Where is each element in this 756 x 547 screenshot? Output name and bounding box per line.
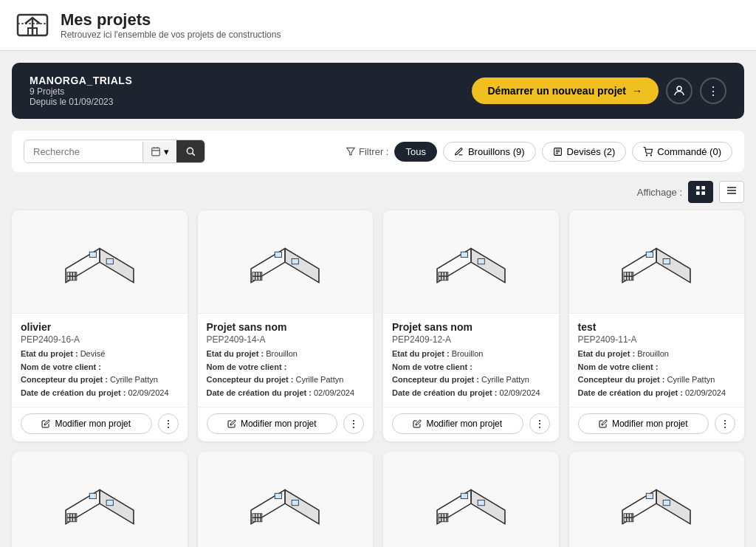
new-project-button[interactable]: Démarrer un nouveau projet → xyxy=(472,78,659,104)
card-project-name: test xyxy=(578,321,736,333)
svg-rect-19 xyxy=(701,186,705,190)
svg-rect-78 xyxy=(89,493,96,498)
card-detail: Etat du projet : Brouillon Nom de votre … xyxy=(392,348,550,399)
card-image xyxy=(12,210,188,314)
svg-marker-70 xyxy=(100,490,134,524)
svg-marker-37 xyxy=(285,248,319,282)
card-image xyxy=(198,452,374,547)
filter-commande-label: Commandé (0) xyxy=(657,146,721,157)
svg-marker-81 xyxy=(285,490,319,524)
project-card: olivier PEP2409-16-A Etat du projet : De… xyxy=(12,210,188,441)
card-image xyxy=(383,210,559,314)
svg-rect-45 xyxy=(275,252,282,257)
banner-right: Démarrer un nouveau projet → ⋮ xyxy=(472,78,727,104)
card-more-button[interactable]: ⋮ xyxy=(158,413,179,434)
svg-rect-21 xyxy=(701,191,705,195)
since-date: Depuis le 01/09/2023 xyxy=(30,97,132,107)
card-project-ref: PEP2409-11-A xyxy=(578,334,736,345)
card-more-button[interactable]: ⋮ xyxy=(529,413,550,434)
search-icon xyxy=(185,146,196,156)
edit-icon xyxy=(413,419,422,428)
svg-rect-100 xyxy=(461,493,467,498)
edit-label: Modifier mon projet xyxy=(241,419,317,429)
card-project-name: olivier xyxy=(21,321,179,333)
edit-project-button[interactable]: Modifier mon projet xyxy=(578,413,709,434)
list-view-button[interactable] xyxy=(719,181,744,203)
more-options-button[interactable]: ⋮ xyxy=(700,78,726,104)
svg-marker-92 xyxy=(471,490,505,524)
project-card: Test PEP2310-29-A xyxy=(198,452,374,547)
svg-point-17 xyxy=(651,154,652,155)
edit-icon xyxy=(599,419,608,428)
banner-info: MANORGA_TRIALS 9 Projets Depuis le 01/09… xyxy=(30,75,132,107)
svg-rect-57 xyxy=(478,258,484,264)
org-banner: MANORGA_TRIALS 9 Projets Depuis le 01/09… xyxy=(12,63,744,119)
card-body: olivier PEP2409-16-A Etat du projet : De… xyxy=(12,314,188,407)
svg-rect-5 xyxy=(152,148,160,156)
filter-brouillons-label: Brouillons (9) xyxy=(468,146,525,157)
card-project-ref: PEP2409-14-A xyxy=(207,334,365,345)
filter-commande-button[interactable]: Commandé (0) xyxy=(632,142,732,162)
filter-section: Filtrer : Tous Brouillons (9) Devisés (2… xyxy=(346,142,732,162)
search-button[interactable] xyxy=(176,140,205,162)
card-project-name: Projet sans nom xyxy=(392,321,550,333)
card-detail: Etat du projet : Brouillon Nom de votre … xyxy=(578,348,736,399)
edit-project-button[interactable]: Modifier mon projet xyxy=(392,413,523,434)
svg-rect-18 xyxy=(696,186,700,190)
svg-marker-26 xyxy=(100,248,134,282)
svg-marker-103 xyxy=(656,490,690,524)
svg-point-16 xyxy=(647,154,647,155)
edit-icon xyxy=(227,419,236,428)
ellipsis-icon: ⋮ xyxy=(707,84,719,98)
search-input[interactable] xyxy=(24,141,142,162)
card-detail: Etat du projet : Devisé Nom de votre cli… xyxy=(21,348,179,399)
edit-project-button[interactable]: Modifier mon projet xyxy=(207,413,338,434)
project-card: Projet sans nom PEP2409-12-A Etat du pro… xyxy=(383,210,559,441)
card-image xyxy=(569,452,745,547)
filter-devises-label: Devisés (2) xyxy=(567,146,616,157)
edit-label: Modifier mon projet xyxy=(426,419,502,429)
page-header: Mes projets Retrouvez ici l'ensemble de … xyxy=(0,0,756,51)
card-body: Projet sans nom PEP2409-14-A Etat du pro… xyxy=(198,314,374,407)
filter-tous-button[interactable]: Tous xyxy=(394,142,436,162)
page-subtitle: Retrouvez ici l'ensemble de vos projets … xyxy=(61,30,281,40)
project-card: test PEP2409-11-A Etat du projet : Broui… xyxy=(569,210,745,441)
new-project-label: Démarrer un nouveau projet xyxy=(488,85,627,97)
project-card: Test PEP2310-25-A xyxy=(383,452,559,547)
svg-rect-90 xyxy=(292,500,298,505)
svg-rect-20 xyxy=(696,191,700,195)
draft-icon xyxy=(454,147,464,156)
edit-project-button[interactable]: Modifier mon projet xyxy=(21,413,152,434)
filter-devises-button[interactable]: Devisés (2) xyxy=(542,142,627,162)
svg-marker-48 xyxy=(471,248,505,282)
card-actions: Modifier mon projet ⋮ xyxy=(12,407,188,441)
quote-icon xyxy=(553,147,563,156)
filter-tous-label: Tous xyxy=(405,146,425,157)
calendar-button[interactable]: ▾ xyxy=(142,142,176,162)
filter-brouillons-button[interactable]: Brouillons (9) xyxy=(443,142,536,162)
card-actions: Modifier mon projet ⋮ xyxy=(198,407,374,441)
calendar-dropdown-icon: ▾ xyxy=(164,146,169,157)
svg-rect-101 xyxy=(478,500,484,505)
org-name: MANORGA_TRIALS xyxy=(30,75,132,86)
card-detail: Etat du projet : Brouillon Nom de votre … xyxy=(207,348,365,399)
user-icon xyxy=(673,84,686,97)
more-icon: ⋮ xyxy=(720,418,730,430)
svg-line-10 xyxy=(193,154,195,156)
edit-label: Modifier mon projet xyxy=(612,419,688,429)
filter-icon xyxy=(346,146,356,156)
svg-point-9 xyxy=(187,148,193,154)
svg-marker-59 xyxy=(656,248,690,282)
project-card: Test PEP2309-93-A xyxy=(569,452,745,547)
edit-icon xyxy=(41,419,50,428)
svg-rect-111 xyxy=(647,493,653,498)
card-body: test PEP2409-11-A Etat du projet : Broui… xyxy=(569,314,745,407)
svg-rect-56 xyxy=(461,252,467,257)
more-icon: ⋮ xyxy=(348,418,359,430)
projects-count: 9 Projets xyxy=(30,86,132,97)
card-more-button[interactable]: ⋮ xyxy=(715,413,735,434)
list-icon xyxy=(726,185,738,196)
grid-view-button[interactable] xyxy=(688,181,713,203)
card-more-button[interactable]: ⋮ xyxy=(343,413,364,434)
user-icon-button[interactable] xyxy=(666,78,693,104)
